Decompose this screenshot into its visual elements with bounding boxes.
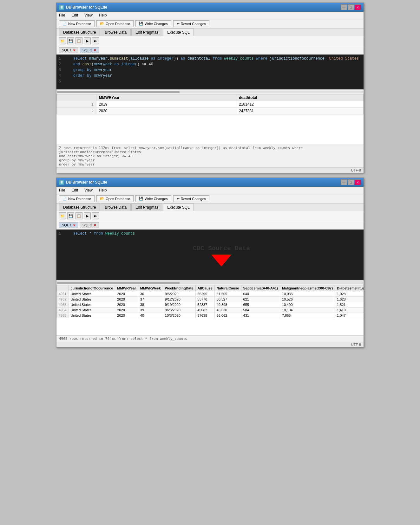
wide-results-table-2: JurisdictionofOccurrence MMWRYear MMWRWe… [56,285,364,318]
revert-changes-btn-2[interactable]: ↩ Revert Changes [173,195,210,202]
sql-tab-1-close-2[interactable]: ✕ [73,224,75,227]
menu-edit-1[interactable]: Edit [70,12,79,18]
sql-editor-2[interactable]: 1 select * from weekly_counts CDC Source… [56,230,364,280]
sql-tab-2-close-2[interactable]: ✕ [94,224,96,227]
row-num-2-1: 2 [57,108,96,114]
menu-help-2[interactable]: Help [98,187,108,193]
scrollbar-track-2[interactable] [57,282,363,284]
window-title-2: DB Browser for SQLite [66,180,107,185]
revert-icon-2: ↩ [177,197,180,201]
tab-db-structure-1[interactable]: Database Structure [59,29,100,36]
sql-open-btn-1[interactable]: 📁 [59,37,66,44]
sql-tab-2-2[interactable]: SQL 2 ✕ [80,222,99,228]
menu-view-2[interactable]: View [83,187,94,193]
col-naturalcause: NaturalCause [214,285,241,291]
sql-tab-1-close-1[interactable]: ✕ [73,49,75,52]
close-btn-2[interactable]: ✕ [355,179,361,185]
h-scrollbar-editor-1[interactable] [56,89,364,94]
col-mmwryear: MMWRYear [115,285,138,291]
code-content-1[interactable]: select mmwryear,sum(cast(allcause as int… [64,56,361,88]
window-controls-2[interactable]: — □ ✕ [341,179,361,185]
cell-malignant: 7,865 [280,313,335,318]
sql-save-btn-2[interactable]: 💾 [67,212,74,219]
minimize-btn-2[interactable]: — [341,179,347,185]
cell-natural: 36,062 [214,313,241,318]
tab-execute-sql-2[interactable]: Execute SQL [163,204,194,211]
h-scrollbar-editor-2[interactable] [56,280,364,285]
tab-db-structure-2[interactable]: Database Structure [59,204,100,211]
new-db-btn-2[interactable]: 📄 New Database [59,195,95,202]
results-area-1: MMWRYear deathtotal 1 2019 2181412 2 202… [56,94,364,145]
window2: 🗄 DB Browser for SQLite — □ ✕ File Edit … [56,178,364,347]
new-db-btn-1[interactable]: 📄 New Database [59,20,95,27]
maximize-btn-1[interactable]: □ [348,4,354,10]
col-jurisdiction: JurisdictionofOccurrence [69,285,115,291]
sql-saveas-btn-2[interactable]: 📋 [75,212,82,219]
sql-tab-2-close-1[interactable]: ✕ [94,49,96,52]
menu-file-2[interactable]: File [58,187,66,193]
cell-year: 2020 [115,291,138,297]
row-num-w: 4965 [57,313,69,318]
cell-septicemia: 640 [241,291,280,297]
col-rownum-1 [57,94,96,101]
code-content-2[interactable]: select * from weekly_counts [64,231,135,279]
sql-tab-1-2[interactable]: SQL 1 ✕ [59,222,78,228]
scrollbar-thumb-2[interactable] [57,282,180,284]
cell-natural: 51,605 [214,291,241,297]
cdc-overlay: CDC Source Data [193,245,250,268]
table-row: 4961 United States 2020 36 9/5/2020 5529… [57,291,364,297]
menu-help-1[interactable]: Help [98,12,108,18]
col-deathtotal-1: deathtotal [236,94,364,101]
cell-year: 2020 [115,297,138,302]
tab-edit-pragmas-2[interactable]: Edit Pragmas [131,204,162,211]
cell-diabetes: 1,419 [335,308,364,313]
cell-diabetes: 1,047 [335,313,364,318]
minimize-btn-1[interactable]: — [341,4,347,10]
write-icon-1: 💾 [139,22,143,26]
utf-bar-1: UTF-8 [56,167,364,173]
close-btn-1[interactable]: ✕ [355,4,361,10]
menu-edit-2[interactable]: Edit [70,187,79,193]
revert-changes-btn-1[interactable]: ↩ Revert Changes [173,20,210,27]
cdc-arrow-icon [211,255,232,267]
open-db-btn-1[interactable]: 📂 Open Database [96,20,134,27]
maximize-btn-2[interactable]: □ [348,179,354,185]
sql-run-btn-1[interactable]: ▶ [84,37,91,44]
window-controls-1[interactable]: — □ ✕ [341,4,361,10]
table-row: 4962 United States 2020 37 9/12/2020 537… [57,297,364,302]
sql-save-btn-1[interactable]: 💾 [67,37,74,44]
write-changes-btn-1[interactable]: 💾 Write Changes [135,20,171,27]
sql-tab-2-1[interactable]: SQL 2 ✕ [80,47,99,53]
sql-run-btn-2[interactable]: ▶ [84,212,91,219]
cell-date: 9/26/2020 [163,308,195,313]
sql-editor-1[interactable]: 12345 select mmwryear,sum(cast(allcause … [56,55,364,89]
title-bar-2: 🗄 DB Browser for SQLite — □ ✕ [56,178,364,187]
scrollbar-track-1[interactable] [57,91,363,93]
scrollbar-thumb-1[interactable] [57,91,180,93]
col-allcause: AllCause [195,285,214,291]
sql-saveas-btn-1[interactable]: 📋 [75,37,82,44]
sql-open-btn-2[interactable]: 📁 [59,212,66,219]
tab-browse-data-1[interactable]: Browse Data [101,29,131,36]
row-num-1-1: 1 [57,101,96,108]
tab-execute-sql-1[interactable]: Execute SQL [163,29,194,36]
open-db-btn-2[interactable]: 📂 Open Database [96,195,134,202]
tab-browse-data-2[interactable]: Browse Data [101,204,131,211]
cell-year: 2020 [115,302,138,308]
cell-septicemia: 431 [241,313,280,318]
sql-stop-btn-1[interactable]: ⏭ [92,37,99,44]
cell-jurisdiction: United States [69,297,115,302]
cell-year-2-1: 2020 [96,108,236,114]
sql-tab-1-1[interactable]: SQL 1 ✕ [59,47,78,53]
row-num-w: 4964 [57,308,69,313]
new-db-icon-1: 📄 [62,22,67,26]
cell-date: 9/19/2020 [163,302,195,308]
sql-stop-btn-2[interactable]: ⏭ [92,212,99,219]
menu-file-1[interactable]: File [58,12,66,18]
cell-diabetes: 1,028 [335,291,364,297]
cell-week: 40 [138,313,163,318]
menu-view-1[interactable]: View [83,12,94,18]
title-bar-1: 🗄 DB Browser for SQLite — □ ✕ [56,3,364,12]
write-changes-btn-2[interactable]: 💾 Write Changes [135,195,171,202]
tab-edit-pragmas-1[interactable]: Edit Pragmas [131,29,162,36]
